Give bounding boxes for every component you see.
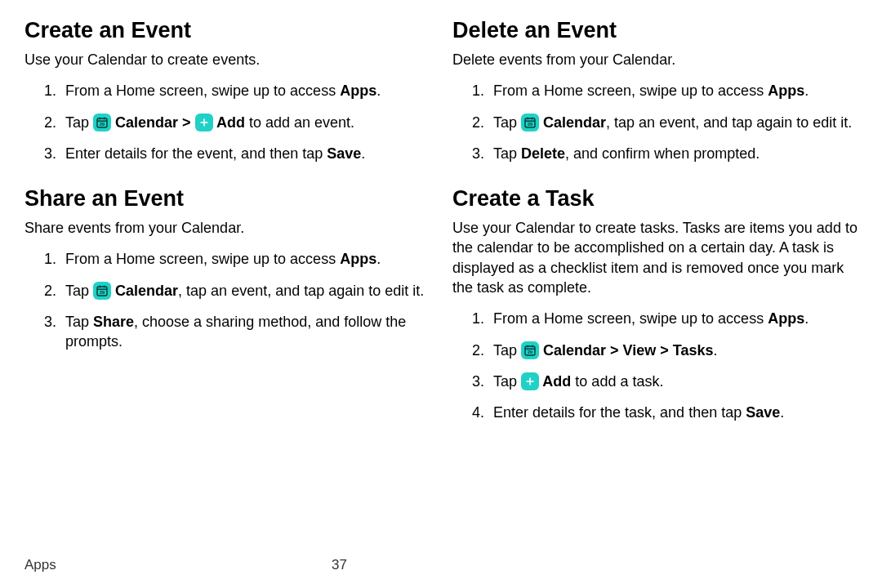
left-column: Create an Event Use your Calendar to cre… (24, 18, 430, 434)
list-item: Tap 29 Calendar > Add to add an event. (60, 113, 430, 132)
chevron-right-icon: > (660, 342, 673, 359)
add-icon (195, 114, 213, 131)
list-item: Tap 29 Calendar, tap an event, and tap a… (488, 113, 858, 132)
share-label: Share (93, 314, 134, 330)
list-item: Tap 29 Calendar, tap an event, and tap a… (60, 281, 430, 301)
steps-create-task: From a Home screen, swipe up to access A… (452, 309, 858, 422)
list-item: Tap 29 Calendar > View > Tasks. (488, 341, 858, 360)
list-item: From a Home screen, swipe up to access A… (488, 81, 858, 100)
calendar-label: Calendar (115, 283, 178, 299)
svg-text:29: 29 (528, 350, 532, 354)
step-text: , and confirm when prompted. (565, 145, 760, 162)
list-item: Enter details for the task, and then tap… (488, 403, 858, 422)
steps-delete-event: From a Home screen, swipe up to access A… (452, 81, 858, 163)
list-item: Tap Add to add a task. (488, 372, 858, 391)
step-text: From a Home screen, swipe up to access (65, 251, 340, 267)
footer-section-label: Apps (24, 557, 56, 572)
calendar-label: Calendar (543, 114, 606, 131)
steps-create-event: From a Home screen, swipe up to access A… (24, 81, 430, 163)
apps-label: Apps (340, 251, 376, 267)
step-text: From a Home screen, swipe up to access (493, 82, 768, 99)
list-item: From a Home screen, swipe up to access A… (488, 309, 858, 328)
step-text: Tap (65, 314, 93, 330)
svg-text:29: 29 (100, 122, 105, 127)
list-item: From a Home screen, swipe up to access A… (60, 81, 430, 100)
section-create-task: Create a Task Use your Calendar to creat… (452, 186, 858, 422)
step-text: Tap (493, 145, 521, 162)
add-icon (521, 372, 539, 390)
step-text: Tap (65, 114, 93, 131)
chevron-right-icon: > (610, 342, 623, 359)
add-label: Add (213, 114, 245, 131)
step-text: From a Home screen, swipe up to access (493, 310, 768, 327)
step-text: . (376, 251, 381, 267)
step-text: . (804, 310, 808, 327)
two-column-layout: Create an Event Use your Calendar to cre… (24, 18, 858, 434)
calendar-label: Calendar (115, 114, 178, 131)
tasks-label: Tasks (673, 342, 714, 359)
section-delete-event: Delete an Event Delete events from your … (452, 18, 858, 163)
page-number: 37 (332, 557, 347, 573)
delete-label: Delete (521, 145, 565, 162)
chevron-right-icon: > (182, 114, 195, 131)
right-column: Delete an Event Delete events from your … (452, 18, 858, 434)
intro-delete-event: Delete events from your Calendar. (452, 50, 858, 69)
step-text: . (376, 82, 381, 99)
step-text: Tap (65, 283, 93, 299)
calendar-icon: 29 (521, 114, 539, 131)
view-label: View (623, 342, 657, 359)
section-create-event: Create an Event Use your Calendar to cre… (24, 18, 430, 163)
list-item: Tap Delete, and confirm when prompted. (488, 144, 858, 163)
heading-create-event: Create an Event (24, 18, 430, 43)
step-text: Tap (493, 342, 521, 359)
steps-share-event: From a Home screen, swipe up to access A… (24, 249, 430, 351)
step-text: . (804, 82, 808, 99)
list-item: Tap Share, choose a sharing method, and … (60, 312, 430, 352)
heading-delete-event: Delete an Event (452, 18, 858, 43)
apps-label: Apps (340, 82, 376, 99)
page-footer: Apps 37 (24, 557, 56, 573)
list-item: From a Home screen, swipe up to access A… (60, 249, 430, 269)
step-text: , tap an event, and tap again to edit it… (606, 114, 852, 131)
heading-share-event: Share an Event (24, 186, 430, 212)
heading-create-task: Create a Task (452, 186, 858, 212)
step-text: Tap (493, 373, 521, 390)
list-item: Enter details for the event, and then ta… (60, 144, 430, 163)
step-text: to add a task. (571, 373, 663, 390)
step-text: Enter details for the event, and then ta… (65, 145, 327, 162)
svg-text:29: 29 (528, 122, 532, 127)
intro-create-task: Use your Calendar to create tasks. Tasks… (452, 218, 858, 297)
step-text: , tap an event, and tap again to edit it… (178, 283, 424, 299)
step-text: Enter details for the task, and then tap (493, 404, 746, 421)
step-text: Tap (493, 114, 521, 131)
calendar-icon: 29 (93, 282, 111, 300)
apps-label: Apps (768, 82, 804, 99)
step-text: to add an event. (245, 114, 354, 131)
calendar-label: Calendar (543, 342, 606, 359)
intro-share-event: Share events from your Calendar. (24, 218, 430, 238)
step-text: From a Home screen, swipe up to access (65, 82, 340, 99)
calendar-icon: 29 (521, 341, 539, 359)
section-share-event: Share an Event Share events from your Ca… (24, 186, 430, 351)
add-label: Add (539, 373, 571, 390)
step-text: . (780, 404, 784, 421)
save-label: Save (746, 404, 780, 421)
step-text: . (361, 145, 365, 162)
save-label: Save (327, 145, 361, 162)
intro-create-event: Use your Calendar to create events. (24, 50, 430, 69)
step-text: . (714, 342, 718, 359)
svg-text:29: 29 (100, 290, 105, 295)
apps-label: Apps (768, 310, 804, 327)
calendar-icon: 29 (93, 114, 111, 131)
